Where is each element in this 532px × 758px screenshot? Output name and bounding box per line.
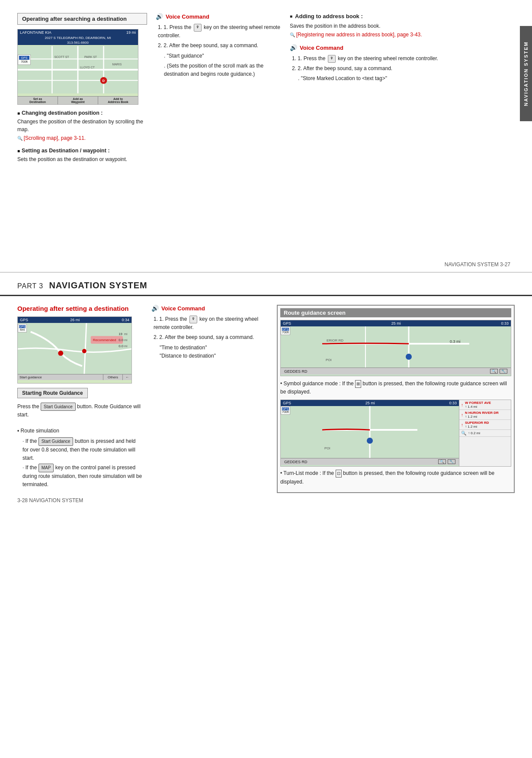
turn-road-1: N HURON RIVER DR ↑ 1.2 mi — [465, 411, 499, 419]
add-ref: [Registering new address in address book… — [290, 32, 515, 38]
v3-q2: "Distance to destination" — [154, 352, 268, 360]
add-waypoint-btn[interactable]: Add asWaypoint — [58, 97, 98, 104]
changing-dest-text: Changes the position of the destination … — [17, 118, 147, 133]
r2-btn1[interactable]: 🔍 — [438, 459, 446, 464]
map-sm-header: GPS 26 mi 0:34 — [18, 317, 131, 323]
turn-list-map-container: GPS 25 mi 0:33 POI — [280, 400, 511, 467]
svg-text:mi: mi — [124, 339, 128, 342]
route-screen-title: Route guidance screen — [280, 308, 511, 317]
r2-time: 0:33 — [449, 401, 457, 405]
steering-key-3: 🎙 — [189, 316, 197, 323]
turn-row-2: ↑ SUPERIOR RD ↑ 1.2 mi — [459, 420, 511, 430]
map-name: LAFONTAINE KIA — [20, 30, 51, 35]
svg-point-18 — [82, 349, 87, 353]
add-text1: Saves the position in the address book. — [290, 22, 515, 30]
turn-list-map: GPS 25 mi 0:33 POI — [281, 400, 459, 466]
turn-road-3: ↑ 0.2 mi — [468, 431, 480, 435]
gps-label-r2: GPS — [283, 401, 291, 405]
route-map1-svg: ERIOR RD 0.3 mi POI — [281, 326, 511, 368]
voice-step2: 2. After the beep sound, say a command. — [158, 42, 281, 50]
top-columns: Operating after searching a destination … — [17, 13, 515, 165]
svg-text:MARIS: MARIS — [112, 63, 122, 66]
turn-road-0: W FOREST AVE ↑ 1.4 mi — [465, 401, 491, 409]
svg-text:SCOTT ST: SCOTT ST — [54, 55, 69, 58]
others-btn[interactable]: Others — [103, 374, 123, 380]
turn-btn-ref[interactable]: ⊡ — [336, 470, 342, 477]
route-sim-sub2: If the MAP key on the control panel is p… — [17, 464, 143, 489]
route-map1-area: ERIOR RD 0.3 mi POI GPS 700ft — [281, 326, 511, 368]
svg-text:19: 19 — [119, 332, 122, 336]
map-sm-area: Recommended 19 mi 0.0 mi 0.0 mi GPS — [18, 323, 131, 374]
gps-label: GPS — [19, 56, 29, 60]
voice-heading-1: 🔊 Voice Command — [156, 13, 281, 20]
voice-heading-2: 🔊 Voice Command — [290, 44, 515, 51]
gps-panel-sm: GPS 4mi — [18, 324, 27, 332]
route-sim-sub1: If the Start Guidance button is pressed … — [17, 437, 143, 462]
svg-point-36 — [367, 438, 373, 444]
r2-header: GPS 25 mi 0:33 — [281, 400, 459, 406]
map-phone: 313-561-6600 — [18, 40, 138, 45]
svg-point-31 — [406, 354, 412, 360]
r2-map-area: POI GPS 700ft — [281, 406, 459, 458]
steering-key-2: 🎙 — [328, 55, 336, 63]
turn-list-panel: ↑ W FOREST AVE ↑ 1.4 mi ↑ N HURON RIVER … — [459, 400, 511, 466]
part-header: PART 3 NAVIGATION SYSTEM — [0, 273, 532, 296]
r1-dist: 25 mi — [391, 321, 401, 326]
press-start-text: Press the Start Guidance button. Route G… — [17, 403, 143, 419]
voice-step1: 1. Press the 🎙 key on the steering wheel… — [158, 23, 281, 40]
bottom-content: Operating after setting a destination GP… — [0, 296, 532, 516]
map-bottom-bar[interactable]: Set asDestination Add asWaypoint Add toA… — [18, 96, 138, 104]
add-address-book-btn[interactable]: Add toAddress Book — [98, 97, 138, 104]
symbol-btn-ref[interactable]: ⊞ — [355, 380, 361, 388]
col-middle: 🔊 Voice Command 1. Press the 🎙 key on th… — [156, 13, 281, 80]
map-placeholder: LAFONTAINE KIA 19 mi 2027 S TELEGRAPH RD… — [17, 29, 138, 105]
v3-step2: 2. After the beep sound, say a command. — [154, 333, 268, 342]
map-sm-bottom: Start guidance Others ← — [18, 374, 131, 380]
svg-text:0.0: 0.0 — [119, 338, 124, 342]
steering-key-1: 🎙 — [194, 24, 202, 32]
page-top: NAVIGATION SYSTEM Operating after search… — [0, 0, 532, 273]
map-sm-dist: 26 mi — [70, 318, 80, 322]
col-left: Operating after searching a destination … — [17, 13, 147, 165]
set-destination-btn[interactable]: Set asDestination — [18, 97, 58, 104]
v2-step2: 2. After the beep sound, say a command. — [292, 65, 515, 73]
section-title-red: Operating after setting a destination — [17, 305, 143, 312]
map-sm-back-btn[interactable]: ← — [123, 374, 131, 380]
r1-time: 0:33 — [501, 321, 509, 326]
r2-btn2[interactable]: 🔧 — [448, 459, 455, 464]
r1-bottom-btns: 🔍 🔧 — [490, 369, 507, 374]
map-sm-time: 0:34 — [122, 318, 129, 322]
svg-text:D: D — [103, 79, 105, 83]
turn-arrow-1: ↑ — [461, 413, 463, 417]
gps-panel-r1: GPS 700ft — [281, 326, 290, 335]
map-distance: 19 mi — [126, 30, 136, 35]
setting-dest-text: Sets the position as the destination or … — [17, 155, 147, 163]
voice-icon-2: 🔊 — [290, 44, 297, 51]
svg-text:POI: POI — [326, 358, 332, 362]
gps-panel-r2: GPS 700ft — [281, 406, 290, 415]
r2-bottom-btns: 🔍 🔧 — [438, 459, 455, 464]
route-map1-header: GPS 25 mi 0:33 — [281, 320, 511, 326]
r1-btn2[interactable]: 🔧 — [500, 369, 507, 374]
v2-step1: 1. Press the 🎙 key on the steering wheel… — [292, 55, 515, 63]
map-area: SCOTT ST PARK ST LLOYD CT MARIS D GPS 70… — [18, 46, 138, 94]
start-guidance-btn[interactable]: Start guidance — [18, 374, 103, 380]
turn-arrow-0: ↑ — [461, 403, 463, 407]
bottom-col-left: Operating after setting a destination GP… — [17, 305, 143, 503]
turn-arrow-2: ↑ — [461, 423, 463, 427]
map-svg: SCOTT ST PARK ST LLOYD CT MARIS D — [18, 46, 138, 94]
voice-step2-note: (Sets the position of the scroll mark as… — [158, 62, 281, 78]
r1-btn1[interactable]: 🔍 — [490, 369, 498, 374]
map-sm-svg: Recommended 19 mi 0.0 mi 0.0 mi — [18, 323, 131, 374]
map-btn-ref[interactable]: MAP — [38, 464, 54, 472]
svg-text:ERIOR RD: ERIOR RD — [327, 339, 343, 342]
svg-text:0.3 mi: 0.3 mi — [450, 339, 461, 344]
guidance-box: Starting Route Guidance — [17, 388, 88, 398]
svg-text:0.0: 0.0 — [119, 344, 124, 348]
start-guidance-btn-ref[interactable]: Start Guidance — [38, 437, 74, 446]
v3-step1: 1. Press the 🎙 key on the steering wheel… — [154, 315, 268, 332]
svg-text:LLOYD CT: LLOYD CT — [80, 66, 95, 69]
svg-rect-25 — [322, 326, 469, 368]
start-guidance-inline-btn[interactable]: Start Guidance — [41, 403, 76, 411]
voice-step2-quote: "Start guidance" — [158, 52, 281, 60]
